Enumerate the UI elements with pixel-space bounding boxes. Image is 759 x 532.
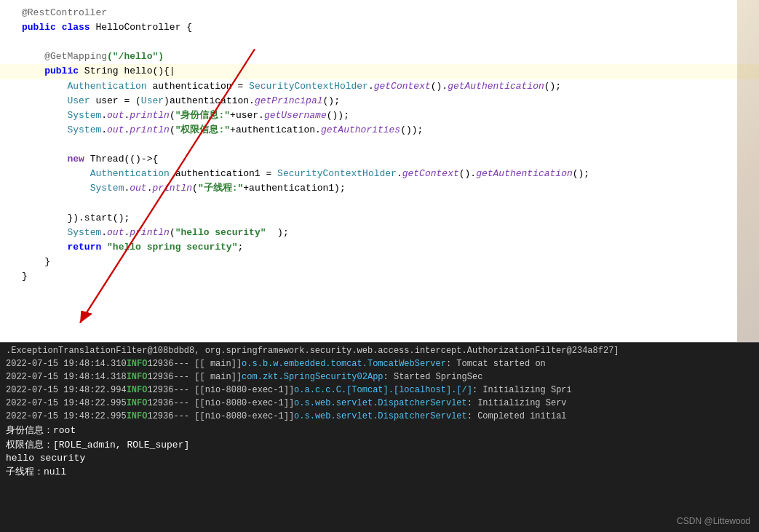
console-long-line: .ExceptionTranslationFilter@108bdbd8, or… <box>0 344 759 357</box>
code-line <box>0 196 759 211</box>
code-line: System.out.println("权限信息:"+authenticatio… <box>0 123 759 138</box>
code-line: }).start(); <box>0 211 759 226</box>
code-line: System.out.println("子线程:"+authentication… <box>0 181 759 196</box>
console-output-line: 身份信息：root <box>0 423 759 437</box>
watermark: CSDN @Littewood <box>677 516 750 526</box>
code-line: User user = (User)authentication.getPrin… <box>0 94 759 108</box>
code-line <box>0 35 759 49</box>
bg-overlay <box>737 0 759 342</box>
console-output-line: hello security <box>0 452 759 464</box>
code-line <box>0 138 759 152</box>
code-line: System.out.println("身份信息:"+user.getUsern… <box>0 108 759 123</box>
console-area: .ExceptionTranslationFilter@108bdbd8, or… <box>0 342 759 532</box>
code-line: } <box>0 255 759 269</box>
code-line: return "hello spring security"; <box>0 240 759 255</box>
code-line: } <box>0 269 759 284</box>
code-editor: @RestControllerpublic class HelloControl… <box>0 0 759 342</box>
console-output-line: 权限信息：[ROLE_admin, ROLE_super] <box>0 437 759 452</box>
code-line: @RestController <box>0 6 759 20</box>
console-log-line: 2022-07-15 19:48:22.995 INFO 12936 --- [… <box>0 397 759 410</box>
code-line: @GetMapping("/hello") <box>0 49 759 64</box>
console-log-line: 2022-07-15 19:48:14.318 INFO 12936 --- [… <box>0 370 759 384</box>
code-line: System.out.println("hello security" ); <box>0 226 759 240</box>
console-log-line: 2022-07-15 19:48:14.310 INFO 12936 --- [… <box>0 357 759 370</box>
code-line: public String hello(){| <box>0 64 759 79</box>
console-section: .ExceptionTranslationFilter@108bdbd8, or… <box>0 343 759 479</box>
console-output-line: 子线程：null <box>0 464 759 479</box>
code-line: public class HelloController { <box>0 20 759 35</box>
code-content: @RestControllerpublic class HelloControl… <box>0 0 759 290</box>
console-log-line: 2022-07-15 19:48:22.994 INFO 12936 --- [… <box>0 384 759 397</box>
code-line: new Thread(()->{ <box>0 152 759 167</box>
code-line: Authentication authentication1 = Securit… <box>0 167 759 181</box>
code-line: Authentication authentication = Security… <box>0 79 759 94</box>
console-log-line: 2022-07-15 19:48:22.995 INFO 12936 --- [… <box>0 410 759 423</box>
